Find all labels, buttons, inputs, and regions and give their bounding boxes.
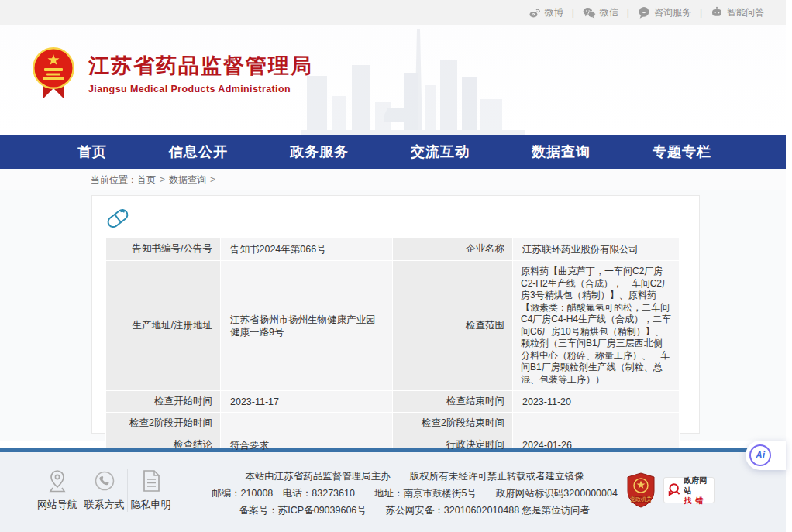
field-label: 检查结束时间 <box>393 391 513 413</box>
footer-line: 备案号：苏ICP备09039606号 苏公网安备：32010602010488 … <box>194 502 635 519</box>
pill-icon-wrap <box>105 206 686 237</box>
topbar: 微博|微信|咨询服务|智能问答 <box>0 0 786 25</box>
breadcrumb-separator: > <box>160 174 165 185</box>
topbar-separator: | <box>700 7 702 18</box>
find-error-badge-top: 政府网站 <box>684 475 711 496</box>
content-area: 告知书编号/公告号告知书2024年第066号企业名称江苏联环药业股份有限公司生产… <box>0 190 786 441</box>
site-title: 江苏省药品监督管理局 <box>88 52 313 80</box>
table-row: 生产地址/注册地址江苏省扬州市扬州生物健康产业园健康一路9号检查范围原料药【曲克… <box>106 261 680 391</box>
topbar-link-weibo[interactable]: 微博 <box>529 6 563 19</box>
breadcrumb-separator: > <box>210 174 215 185</box>
footer-line: 本站由江苏省药品监督管理局主办 版权所有未经许可禁止转载或者建立镜像 <box>194 468 635 485</box>
field-value: 2023-11-17 <box>221 391 393 413</box>
field-label: 企业名称 <box>393 238 513 261</box>
footer-line: 邮编：210008 电话：83273610 地址：南京市鼓楼街5号 政府网站标识… <box>194 485 635 502</box>
brand: 江苏省药品监督管理局 Jiangsu Medical Products Admi… <box>31 46 313 99</box>
footer-link-site-map[interactable]: 网站导航 <box>34 469 81 512</box>
brand-text: 江苏省药品监督管理局 Jiangsu Medical Products Admi… <box>88 52 313 94</box>
ai-assistant-button[interactable]: Ai <box>746 441 786 470</box>
field-value <box>513 413 680 434</box>
table-row: 告知书编号/公告号告知书2024年第066号企业名称江苏联环药业股份有限公司 <box>106 238 680 261</box>
breadcrumb-prefix: 当前位置： <box>91 173 137 187</box>
field-label: 检查2阶段结束时间 <box>393 413 513 434</box>
document-icon <box>141 469 161 493</box>
field-label: 检查范围 <box>393 261 513 391</box>
location-pin-icon <box>46 469 68 493</box>
weibo-icon <box>529 7 541 19</box>
field-value: 江苏省扬州市扬州生物健康产业园健康一路9号 <box>221 261 393 391</box>
topbar-link-consult-service[interactable]: 咨询服务 <box>638 6 691 19</box>
nav-item-data-query[interactable]: 数据查询 <box>532 142 591 161</box>
field-label: 告知书编号/公告号 <box>106 238 221 261</box>
site-header: 江苏省药品监督管理局 Jiangsu Medical Products Admi… <box>0 25 786 135</box>
breadcrumb-link[interactable]: 首页 <box>137 173 156 187</box>
field-value: 原料药【曲克芦丁，一车间C2厂房C2-H2生产线（合成），一车间C2厂房3号精烘… <box>513 261 680 391</box>
nav-item-info-disclosure[interactable]: 信息公开 <box>169 142 228 161</box>
magnifier-icon <box>667 482 680 499</box>
footer-link-label: 隐私申明 <box>131 498 171 512</box>
site-footer: 网站导航联系方式隐私申明 本站由江苏省药品监督管理局主办 版权所有未经许可禁止转… <box>0 452 786 532</box>
field-label: 检查开始时间 <box>106 391 221 413</box>
topbar-link-label: 智能问答 <box>727 6 764 19</box>
party-gov-badge-label: 党政机关 <box>630 496 652 503</box>
footer-badges: 党政机关 政府网站 找错 <box>626 472 715 508</box>
table-row: 检查开始时间2023-11-17检查结束时间2023-11-20 <box>106 391 680 413</box>
field-value: 告知书2024年第066号 <box>221 238 393 261</box>
city-skyline-illustration <box>301 28 525 135</box>
phone-icon <box>94 469 115 493</box>
site-title-en: Jiangsu Medical Products Administration <box>88 84 313 94</box>
footer-link-privacy[interactable]: 隐私申明 <box>127 469 174 512</box>
field-value: 江苏联环药业股份有限公司 <box>513 238 680 261</box>
nav-item-special-topics[interactable]: 专题专栏 <box>653 142 711 161</box>
detail-card: 告知书编号/公告号告知书2024年第066号企业名称江苏联环药业股份有限公司生产… <box>91 195 700 434</box>
wechat-icon <box>583 7 596 19</box>
capsule-pill-icon <box>105 206 130 231</box>
field-label: 生产地址/注册地址 <box>106 261 221 391</box>
breadcrumb-link[interactable]: 数据查询 <box>169 173 206 187</box>
inspection-detail-table: 告知书编号/公告号告知书2024年第066号企业名称江苏联环药业股份有限公司生产… <box>105 237 680 478</box>
field-value: 2023-11-20 <box>513 391 680 413</box>
nav-item-interaction[interactable]: 交流互动 <box>411 142 470 161</box>
national-emblem-logo <box>31 46 76 99</box>
main-nav: 首页信息公开政务服务交流互动数据查询专题专栏 <box>0 135 786 169</box>
footer-link-label: 联系方式 <box>84 498 125 512</box>
ai-assistant-label: Ai <box>749 444 771 466</box>
footer-text: 本站由江苏省药品监督管理局主办 版权所有未经许可禁止转载或者建立镜像邮编：210… <box>194 468 635 519</box>
breadcrumb: 当前位置：首页>数据查询> <box>0 169 786 190</box>
topbar-separator: | <box>627 7 629 18</box>
topbar-link-label: 微博 <box>545 6 563 19</box>
nav-item-gov-services[interactable]: 政务服务 <box>290 142 349 161</box>
footer-link-label: 网站导航 <box>37 498 77 512</box>
find-error-badge[interactable]: 政府网站 找错 <box>663 477 715 503</box>
party-gov-badge[interactable]: 党政机关 <box>626 472 656 508</box>
field-label: 检查2阶段开始时间 <box>106 413 221 434</box>
topbar-link-label: 微信 <box>600 6 618 19</box>
chat-bubble-icon <box>638 6 650 19</box>
topbar-link-smart-qa[interactable]: 智能问答 <box>711 6 764 19</box>
footer-link-contact[interactable]: 联系方式 <box>81 469 127 512</box>
find-error-badge-bottom: 找错 <box>684 496 711 506</box>
table-row: 检查2阶段开始时间检查2阶段结束时间 <box>106 413 680 434</box>
topbar-link-wechat[interactable]: 微信 <box>583 6 618 19</box>
topbar-separator: | <box>572 7 574 18</box>
page: 微博|微信|咨询服务|智能问答 <box>0 0 786 532</box>
nav-item-home[interactable]: 首页 <box>77 142 107 161</box>
robot-icon <box>711 6 723 19</box>
topbar-link-label: 咨询服务 <box>654 6 691 19</box>
field-value <box>221 413 393 434</box>
